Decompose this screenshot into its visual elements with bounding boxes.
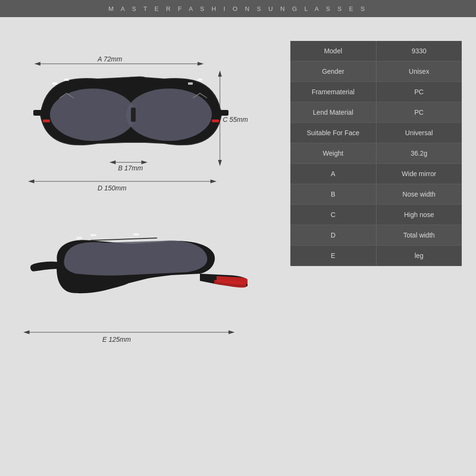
spec-row: GenderUnisex	[290, 61, 462, 82]
side-view: E 125mm	[14, 214, 281, 349]
spec-row: Suitable For FaceUniversal	[290, 123, 462, 143]
spec-value: 9330	[377, 41, 462, 61]
svg-rect-15	[52, 82, 57, 85]
svg-rect-28	[90, 234, 96, 237]
spec-value: Wide mirror	[377, 164, 462, 184]
svg-marker-6	[218, 160, 222, 166]
top-bar: M A S T E R F A S H I O N S U N G L A S …	[0, 0, 476, 17]
svg-text:A 72mm: A 72mm	[97, 55, 122, 63]
spec-key: Weight	[290, 143, 377, 163]
svg-point-8	[50, 89, 136, 141]
svg-marker-32	[228, 330, 235, 334]
svg-text:E 125mm: E 125mm	[102, 336, 131, 343]
svg-rect-10	[131, 108, 136, 122]
spec-value: PC	[377, 102, 462, 122]
spec-value: PC	[377, 82, 462, 102]
svg-marker-2	[198, 62, 204, 66]
svg-text:B 17mm: B 17mm	[118, 164, 143, 172]
spec-value: Total width	[377, 225, 462, 245]
front-view: A 72mm C 55mm	[14, 41, 281, 195]
spec-value: Universal	[377, 123, 462, 143]
spec-key: Model	[290, 41, 377, 61]
spec-key: D	[290, 225, 377, 245]
spec-row: AWide mirror	[290, 164, 462, 184]
svg-rect-12	[219, 110, 228, 116]
spec-value: Unisex	[377, 61, 462, 81]
svg-rect-13	[43, 119, 50, 122]
spec-key: C	[290, 205, 377, 225]
brand-name: M A S T E R F A S H I O N S U N G L A S …	[109, 5, 367, 12]
svg-text:D 150mm: D 150mm	[98, 184, 127, 192]
svg-point-9	[126, 89, 212, 141]
left-panel: A 72mm C 55mm	[14, 31, 281, 462]
spec-key: Suitable For Face	[290, 123, 377, 143]
front-view-svg: A 72mm C 55mm	[14, 41, 248, 193]
svg-rect-18	[198, 79, 202, 81]
spec-row: Lend MaterialPC	[290, 102, 462, 123]
spec-row: BNose width	[290, 184, 462, 205]
spec-key: A	[290, 164, 377, 184]
svg-marker-25	[210, 179, 217, 183]
spec-key: E	[290, 246, 377, 266]
spec-key: Gender	[290, 61, 377, 81]
spec-row: Eleg	[290, 246, 462, 266]
svg-rect-27	[76, 237, 82, 239]
side-view-svg: E 125mm	[14, 214, 248, 347]
spec-key: B	[290, 184, 377, 204]
svg-text:C 55mm: C 55mm	[223, 116, 248, 123]
svg-rect-14	[212, 119, 219, 122]
spec-row: Model9330	[290, 41, 462, 61]
right-panel: Model9330GenderUnisexFramematerialPCLend…	[290, 36, 462, 462]
spec-value: Nose width	[377, 184, 462, 204]
spec-table: Model9330GenderUnisexFramematerialPCLend…	[290, 41, 462, 266]
spec-key: Lend Material	[290, 102, 377, 122]
svg-rect-29	[133, 233, 139, 236]
spec-key: Framematerial	[290, 82, 377, 102]
spec-value: leg	[377, 246, 462, 266]
svg-marker-1	[34, 62, 40, 66]
svg-rect-16	[64, 79, 69, 81]
spec-value: 36.2g	[377, 143, 462, 163]
svg-marker-31	[23, 330, 30, 334]
spec-value: High nose	[377, 205, 462, 225]
svg-marker-24	[28, 179, 34, 183]
spec-row: CHigh nose	[290, 205, 462, 225]
svg-marker-20	[109, 160, 116, 164]
spec-row: FramematerialPC	[290, 82, 462, 102]
svg-marker-5	[218, 70, 222, 77]
spec-row: Weight36.2g	[290, 143, 462, 164]
svg-marker-21	[141, 160, 148, 164]
svg-rect-11	[33, 110, 43, 116]
svg-rect-17	[188, 82, 193, 85]
spec-row: DTotal width	[290, 225, 462, 246]
